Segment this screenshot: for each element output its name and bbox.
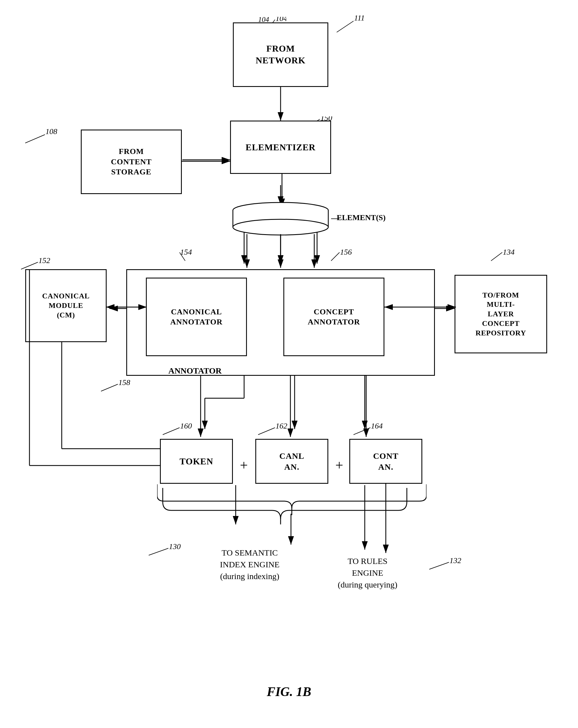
svg-line-56 <box>101 384 118 391</box>
svg-text:152: 152 <box>39 258 50 265</box>
tofrom-multilayer-box: TO/FROM MULTI- LAYER CONCEPT REPOSITORY <box>455 275 547 353</box>
tofrom-multilayer-label: TO/FROM MULTI- LAYER CONCEPT REPOSITORY <box>476 290 526 338</box>
svg-line-26 <box>25 135 45 143</box>
svg-text:162: 162 <box>276 423 287 430</box>
canl-an-label: CANL AN. <box>279 450 304 472</box>
elements-label: ELEMENT(S) <box>337 213 385 222</box>
elementizer-label: ELEMENTIZER <box>246 142 316 153</box>
from-content-storage-box: FROM CONTENT STORAGE <box>81 130 182 194</box>
from-content-storage-label: FROM CONTENT STORAGE <box>111 147 152 177</box>
svg-line-76 <box>149 548 168 555</box>
svg-text:156: 156 <box>340 250 352 256</box>
svg-line-42 <box>21 262 38 269</box>
canl-an-box: CANL AN. <box>255 439 328 484</box>
svg-text:164: 164 <box>371 423 383 430</box>
to-rules-label: TO RULES ENGINE (during querying) <box>309 555 426 591</box>
concept-annotator-label: CONCEPT ANNOTATOR <box>308 307 360 327</box>
cont-an-label: CONT AN. <box>373 450 399 472</box>
diagram-container: 104 104 FROM NETWORK 111 150 ELEMENTIZER… <box>0 0 578 728</box>
svg-line-46 <box>331 252 340 261</box>
svg-line-70 <box>354 428 370 435</box>
svg-point-36 <box>233 219 328 235</box>
svg-line-48 <box>491 252 502 261</box>
svg-text:134: 134 <box>503 250 514 256</box>
svg-text:160: 160 <box>180 423 192 430</box>
svg-text:130: 130 <box>169 544 181 551</box>
elementizer-box: ELEMENTIZER <box>230 121 331 174</box>
cont-an-box: CONT AN. <box>349 439 422 484</box>
canonical-module-box: CANONICAL MODULE (CM) <box>25 269 107 342</box>
svg-line-66 <box>163 428 180 435</box>
canonical-module-label: CANONICAL MODULE (CM) <box>42 291 90 320</box>
svg-line-78 <box>429 562 449 569</box>
svg-text:154: 154 <box>180 250 192 256</box>
plus-1: + <box>240 457 248 473</box>
svg-text:111: 111 <box>354 16 365 22</box>
svg-line-22 <box>337 21 354 32</box>
canonical-annotator-box: CANONICAL ANNOTATOR <box>146 278 247 356</box>
figure-caption: FIG. 1B <box>0 684 578 699</box>
token-box: TOKEN <box>160 439 233 484</box>
canonical-annotator-label: CANONICAL ANNOTATOR <box>170 307 223 327</box>
annotator-label: ANNOTATOR <box>168 366 222 375</box>
to-semantic-label: TO SEMANTIC INDEX ENGINE (during indexin… <box>180 547 320 582</box>
svg-line-68 <box>258 428 275 435</box>
svg-text:108: 108 <box>46 129 57 136</box>
concept-annotator-box: CONCEPT ANNOTATOR <box>283 278 384 356</box>
from-network-box: FROM NETWORK <box>233 22 328 87</box>
from-network-label: FROM NETWORK <box>256 43 306 66</box>
svg-text:104: 104 <box>276 17 286 23</box>
token-label: TOKEN <box>180 456 213 467</box>
plus-2: + <box>335 457 343 473</box>
svg-text:132: 132 <box>450 558 461 565</box>
svg-text:158: 158 <box>119 380 130 387</box>
